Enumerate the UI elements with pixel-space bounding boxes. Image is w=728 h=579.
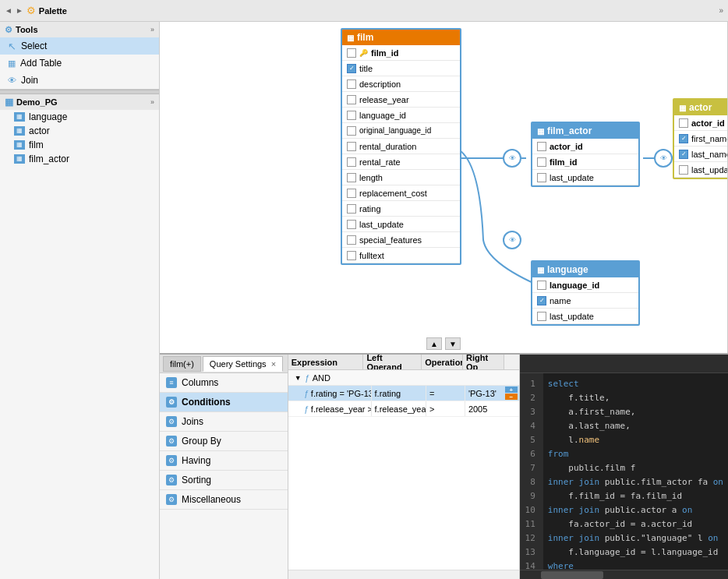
nav-sorting[interactable]: ⚙ Sorting xyxy=(160,471,288,490)
collapse-db-icon[interactable]: » xyxy=(150,98,154,106)
tab-close-icon[interactable]: × xyxy=(271,359,276,369)
language-header[interactable]: ▦ language xyxy=(532,262,638,277)
cond-left-2[interactable]: f.release_year xyxy=(372,401,426,416)
film-row-rental-rate[interactable]: rental_rate xyxy=(342,154,460,170)
join-tool[interactable]: 👁 Join xyxy=(0,72,159,89)
db-header[interactable]: ▦ Demo_PG » xyxy=(0,94,159,110)
expand-icon[interactable]: ▼ xyxy=(295,374,302,382)
nav-group-by[interactable]: ⚙ Group By xyxy=(160,432,288,451)
film-special-checkbox[interactable] xyxy=(347,235,356,245)
actor-row-id[interactable]: actor_id xyxy=(674,115,727,131)
film-table-header[interactable]: ▦ film xyxy=(342,30,460,45)
film-row-replacement[interactable]: replacement_cost xyxy=(342,185,460,201)
fa-row-film-id[interactable]: film_id xyxy=(532,154,638,170)
film-row-fulltext[interactable]: fulltext xyxy=(342,248,460,263)
cond-right-2[interactable]: 2005 xyxy=(465,401,504,416)
cond-row-2[interactable]: ƒ f.release_year > 2005 f.release_year >… xyxy=(288,401,519,417)
actor-row-last[interactable]: ✓ last_name xyxy=(674,147,727,162)
film-actor-header[interactable]: ▦ film_actor xyxy=(532,123,638,139)
film-desc-checkbox[interactable] xyxy=(347,79,356,89)
and-row[interactable]: ▼ ƒ AND xyxy=(288,370,519,386)
film-fulltext-checkbox[interactable] xyxy=(347,251,356,260)
nav-forward-icon[interactable]: ► xyxy=(16,6,23,15)
select-tool[interactable]: ↖ Select xyxy=(0,37,159,55)
actor-last-checkbox[interactable]: ✓ xyxy=(679,150,688,159)
film-row-special[interactable]: special_features xyxy=(342,232,460,248)
fa-row-last-update[interactable]: last_update xyxy=(532,170,638,185)
lang-name-checkbox[interactable]: ✓ xyxy=(537,296,546,305)
film-rental-rate-checkbox[interactable] xyxy=(347,157,356,167)
tab-film[interactable]: film(+) xyxy=(163,356,201,372)
nav-conditions[interactable]: ⚙ Conditions xyxy=(160,393,288,412)
fa-actor-id-checkbox[interactable] xyxy=(537,142,546,151)
film-row-rating[interactable]: rating xyxy=(342,201,460,217)
film-id-checkbox[interactable] xyxy=(347,48,356,58)
film-row-length[interactable]: length xyxy=(342,170,460,185)
nav-columns[interactable]: ≡ Columns xyxy=(160,373,288,393)
actor-update-checkbox[interactable] xyxy=(679,165,688,175)
cond-expr-2[interactable]: ƒ f.release_year > 2005 xyxy=(301,401,372,416)
film-rental-dur-checkbox[interactable] xyxy=(347,142,356,151)
db-table-film-actor[interactable]: ▦ film_actor xyxy=(0,152,159,166)
cond-row-1[interactable]: ƒ f.rating = 'PG-13' f.rating = 'PG-13' xyxy=(288,386,519,401)
film-lang-id-checkbox[interactable] xyxy=(347,111,356,120)
cond-op-2[interactable]: > xyxy=(426,401,465,416)
sql-code[interactable]: select f.title, a.first_name, a.last_nam… xyxy=(543,373,728,570)
db-table-actor[interactable]: ▦ actor xyxy=(0,124,159,138)
cond-add-btn-1[interactable]: + xyxy=(505,387,518,393)
film-row-film_id[interactable]: 🔑 film_id xyxy=(342,45,460,61)
film-rating-checkbox[interactable] xyxy=(347,204,356,214)
collapse-icon[interactable]: » xyxy=(150,26,154,34)
film-row-title[interactable]: ✓ title xyxy=(342,61,460,76)
film-orig-lang-checkbox[interactable] xyxy=(347,126,356,136)
db-table-language[interactable]: ▦ language xyxy=(0,110,159,124)
sql-scrollbar[interactable] xyxy=(520,570,728,579)
film-row-orig-lang[interactable]: original_language_id xyxy=(342,123,460,139)
film-year-checkbox[interactable] xyxy=(347,95,356,104)
fa-row-actor-id[interactable]: actor_id xyxy=(532,139,638,154)
actor-header[interactable]: ▦ actor xyxy=(674,100,727,115)
cond-expr-1[interactable]: ƒ f.rating = 'PG-13' xyxy=(301,386,372,401)
cond-op-1[interactable]: = xyxy=(426,386,465,401)
film-last-update-checkbox[interactable] xyxy=(347,220,356,229)
actor-row-first[interactable]: ✓ first_name xyxy=(674,131,727,147)
join-btn-film-filmactor[interactable]: 👁 xyxy=(503,149,521,168)
join-btn-film-language[interactable]: 👁 xyxy=(503,231,521,249)
film-length-checkbox[interactable] xyxy=(347,173,356,182)
tab-query-settings[interactable]: Query Settings × xyxy=(203,356,283,372)
nav-joins[interactable]: ⚙ Joins xyxy=(160,412,288,432)
lang-row-update[interactable]: last_update xyxy=(532,309,638,324)
film-row-rental-dur[interactable]: rental_duration xyxy=(342,139,460,154)
canvas-arrow-left[interactable]: ▲ xyxy=(426,337,442,350)
fa-last-update-checkbox[interactable] xyxy=(537,173,546,182)
collapse-right-icon[interactable]: » xyxy=(719,6,723,15)
add-table-tool[interactable]: ▦ Add Table xyxy=(0,55,159,72)
conditions-scrollbar[interactable] xyxy=(288,570,519,579)
film-row-release-year[interactable]: release_year xyxy=(342,92,460,108)
cond-left-1[interactable]: f.rating xyxy=(372,386,426,401)
film-row-description[interactable]: description xyxy=(342,76,460,92)
nav-miscellaneous[interactable]: ⚙ Miscellaneous xyxy=(160,490,288,510)
film-row-language-id[interactable]: language_id xyxy=(342,108,460,123)
lang-row-id[interactable]: language_id xyxy=(532,277,638,293)
db-table-name: language xyxy=(29,111,67,122)
actor-first-checkbox[interactable]: ✓ xyxy=(679,134,688,143)
cond-right-1[interactable]: 'PG-13' xyxy=(465,386,504,401)
lang-row-name[interactable]: ✓ name xyxy=(532,293,638,309)
tools-header[interactable]: ⚙ Tools » xyxy=(0,22,159,37)
nav-back-icon[interactable]: ◄ xyxy=(5,6,12,15)
fa-film-id-checkbox[interactable] xyxy=(537,157,546,167)
actor-row-update[interactable]: last_update xyxy=(674,162,727,178)
nav-having[interactable]: ⚙ Having xyxy=(160,451,288,471)
lang-id-checkbox[interactable] xyxy=(537,281,546,290)
cond-remove-btn-1[interactable]: − xyxy=(505,394,518,400)
film-replacement-checkbox[interactable] xyxy=(347,189,356,198)
canvas-area[interactable]: 👁 👁 👁 ▦ film xyxy=(160,22,728,353)
actor-id-checkbox[interactable] xyxy=(679,118,688,128)
db-table-film[interactable]: ▦ film xyxy=(0,138,159,152)
lang-update-checkbox[interactable] xyxy=(537,312,546,321)
film-row-last-update[interactable]: last_update xyxy=(342,217,460,232)
film-title-checkbox[interactable]: ✓ xyxy=(347,64,356,73)
canvas-arrow-right[interactable]: ▼ xyxy=(445,337,461,350)
join-btn-filmactor-actor[interactable]: 👁 xyxy=(654,149,673,168)
